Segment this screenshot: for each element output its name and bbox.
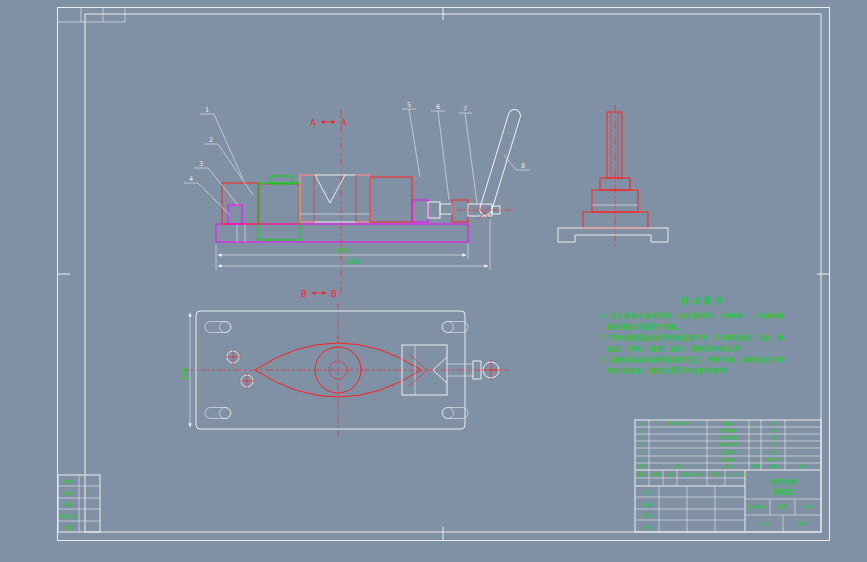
field-stage: 阶段标记 [748, 504, 766, 510]
svg-text:固定V形块: 固定V形块 [718, 442, 739, 447]
parts-list-row: 3 固定V形块 1 20 [641, 442, 776, 447]
svg-text:HT200: HT200 [766, 457, 780, 462]
parts-list-header: 序号 代号 名称 数量 材料 备注 [638, 464, 808, 470]
svg-text:序号: 序号 [638, 464, 647, 470]
balloon-4: 4 [184, 175, 230, 215]
svg-text:1: 1 [641, 457, 644, 462]
section-label-bb: B B [301, 289, 337, 299]
operating-handle [478, 108, 522, 217]
base-plate [216, 224, 468, 242]
parts-list-row: 1 夹具体 1 HT200 [641, 457, 781, 462]
left-clamp-block [222, 183, 258, 224]
title-block: 序号 代号 名称 数量 材料 备注 6 GB/T 6170 螺母 1 45 5 [635, 420, 821, 532]
handle-stem [607, 112, 622, 178]
svg-text:1: 1 [754, 442, 757, 447]
dimension-height: 170 [181, 368, 189, 380]
svg-text:1: 1 [754, 428, 757, 433]
svg-text:5: 5 [407, 101, 411, 109]
svg-text:2: 2 [209, 136, 213, 144]
strip-row-label: 描图 [64, 479, 73, 484]
tech-requirements-line: 3. 装配后各运动部件应动作灵活，夹紧可靠，各联接处不得 [600, 355, 805, 366]
balloon-7: 7 [458, 105, 477, 203]
field-sheet-no: 第 张 [797, 521, 808, 526]
tech-requirements-line: 有松动现象，相对位置应符合图样要求。 [600, 366, 805, 377]
front-section-view: A A [184, 101, 530, 297]
field-count: 处数 [652, 472, 661, 477]
svg-text:材料: 材料 [768, 464, 778, 470]
svg-text:1: 1 [754, 421, 757, 426]
field-mark: 标记 [638, 472, 647, 478]
svg-text:夹具体: 夹具体 [721, 457, 736, 462]
svg-text:2: 2 [754, 450, 757, 455]
side-view [558, 105, 668, 250]
parts-list-row: 6 GB/T 6170 螺母 1 45 [641, 421, 776, 427]
strip-row-label: 底图总号 [59, 514, 77, 519]
drawing-svg: A A [57, 7, 830, 541]
nut [428, 202, 440, 218]
svg-text:1: 1 [205, 106, 209, 114]
balloon-5: 5 [402, 101, 420, 177]
svg-text:螺母: 螺母 [724, 421, 733, 427]
field-approve: 批准 [642, 525, 652, 530]
svg-text:6: 6 [436, 103, 440, 111]
corner-slot-br [442, 408, 468, 419]
movable-jaw [402, 345, 447, 395]
bushing [412, 200, 428, 222]
base-block [583, 212, 648, 228]
svg-text:4: 4 [189, 175, 193, 183]
tech-requirements-line: 1. 装入夹具的各零部件（包括标准件、外购件），均须经检 [600, 311, 805, 322]
svg-text:GB/T 6170: GB/T 6170 [667, 421, 690, 426]
svg-text:6: 6 [641, 421, 644, 426]
left-pin [228, 205, 242, 224]
svg-text:备注: 备注 [799, 464, 808, 469]
section-letter: B [331, 289, 337, 299]
pin-hole-1 [225, 349, 241, 365]
svg-text:20: 20 [770, 442, 776, 447]
parts-list-row: 5 开口垫圈 1 45 [641, 428, 776, 433]
plan-view: B B [181, 289, 509, 437]
svg-text:45: 45 [770, 450, 776, 455]
field-file: 更改文件号 [681, 472, 703, 477]
balloon-6: 6 [431, 103, 449, 200]
field-scale: 比例 [804, 504, 813, 510]
field-design: 设计 [643, 490, 652, 495]
dimension-total: 430 [347, 258, 359, 266]
svg-text:开口垫圈: 开口垫圈 [719, 428, 736, 433]
svg-text:8: 8 [521, 162, 525, 170]
locator-block [258, 183, 300, 240]
corner-slot-tl [205, 322, 231, 333]
svg-text:数量: 数量 [751, 464, 760, 469]
svg-text:4: 4 [641, 435, 644, 440]
svg-text:5: 5 [641, 428, 644, 433]
section-letter: A [341, 118, 347, 128]
drawing-frame [58, 8, 830, 541]
strip-row-label: 审核 [64, 502, 73, 507]
svg-text:名称: 名称 [724, 464, 733, 469]
dimension-width: 375 [336, 247, 348, 255]
drawing-title-line2: 装配图 [773, 488, 794, 496]
foot-plate [558, 228, 668, 242]
section-label-aa: A A [310, 118, 347, 128]
tech-requirements-line: 化皮、锈蚀、切屑、油污、着色剂和灰尘等。 [600, 344, 805, 355]
left-strip-table: 描图 描校 审核 底图总号 日期 [58, 475, 100, 532]
field-date: 年、月、日 [724, 472, 745, 477]
svg-text:3: 3 [199, 160, 203, 168]
field-weight: 重量 [778, 504, 787, 509]
field-sheets: 共 张 [759, 521, 770, 526]
svg-text:1: 1 [754, 457, 757, 462]
corner-slot-tr [442, 322, 468, 333]
svg-text:代号: 代号 [673, 464, 683, 469]
right-block [370, 177, 412, 222]
tech-requirements: 技术要求 1. 装入夹具的各零部件（包括标准件、外购件），均须经检 验合格后方能… [600, 295, 805, 377]
center-body [300, 175, 370, 222]
pin-hole-2 [239, 373, 255, 389]
field-sign: 签名 [712, 472, 721, 477]
end-support [452, 200, 468, 222]
tech-requirements-title: 技术要求 [600, 295, 805, 308]
field-zone: 分区 [666, 472, 675, 477]
svg-text:45: 45 [770, 428, 776, 433]
svg-text:2: 2 [641, 450, 644, 455]
svg-text:45: 45 [770, 421, 776, 426]
strip-row-label: 描校 [64, 491, 73, 496]
svg-text:1: 1 [754, 435, 757, 440]
